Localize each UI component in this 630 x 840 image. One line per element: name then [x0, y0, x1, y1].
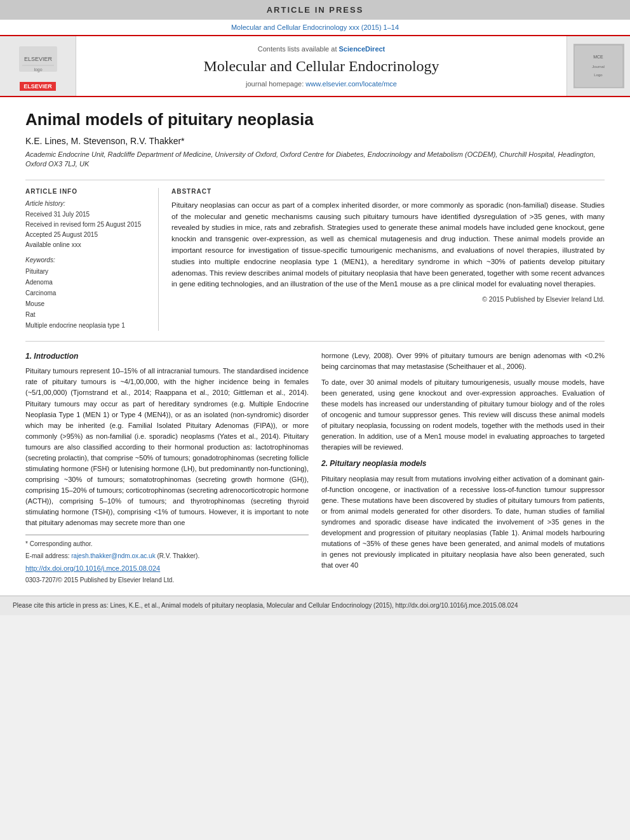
sciencedirect-link[interactable]: ScienceDirect — [339, 45, 385, 53]
journal-url-text: Molecular and Cellular Endocrinology xxx… — [231, 23, 399, 31]
email-link[interactable]: rajesh.thakker@ndm.ox.ac.uk — [71, 552, 155, 559]
email-suffix: (R.V. Thakker). — [157, 552, 199, 559]
article-info-heading: ARTICLE INFO — [25, 188, 145, 195]
keywords-section: Keywords: Pituitary Adenoma Carcinoma Mo… — [25, 257, 145, 331]
sciencedirect-line: Contents lists available at ScienceDirec… — [258, 45, 385, 53]
body-col2-p3: Pituitary neoplasia may result from muta… — [321, 474, 605, 571]
journal-logo-image: MCE Journal Logo — [575, 46, 622, 87]
svg-text:Logo: Logo — [594, 73, 603, 77]
elsevier-logo-svg: ELSEVIER logo — [6, 41, 70, 79]
section2-title: 2. Pituitary neoplasia models — [321, 458, 605, 470]
citation-bar: Please cite this article in press as: Li… — [0, 596, 630, 615]
abstract-heading: ABSTRACT — [171, 188, 605, 195]
body-col1-p1: Pituitary tumours represent 10–15% of al… — [25, 366, 309, 528]
copyright-line: © 2015 Published by Elsevier Ireland Ltd… — [171, 295, 605, 303]
doi-link[interactable]: http://dx.doi.org/10.1016/j.mce.2015.08.… — [25, 563, 309, 574]
received-date: Received 31 July 2015 — [25, 210, 145, 220]
available-date: Available online xxx — [25, 240, 145, 250]
article-title: Animal models of pituitary neoplasia — [25, 110, 605, 130]
authors-line: K.E. Lines, M. Stevenson, R.V. Thakker* — [25, 136, 605, 146]
keywords-label: Keywords: — [25, 257, 145, 263]
email-line: E-mail address: rajesh.thakker@ndm.ox.ac… — [25, 551, 309, 561]
banner-text: ARTICLE IN PRESS — [267, 5, 364, 15]
svg-text:logo: logo — [34, 67, 42, 72]
elsevier-label: ELSEVIER — [20, 82, 56, 91]
article-in-press-banner: ARTICLE IN PRESS — [0, 0, 630, 20]
right-logo-placeholder: MCE Journal Logo — [573, 44, 624, 88]
citation-text: Please cite this article in press as: Li… — [13, 602, 518, 609]
sciencedirect-prefix: Contents lists available at — [258, 45, 337, 53]
info-dates: Received 31 July 2015 Received in revise… — [25, 210, 145, 250]
history-label: Article history: — [25, 200, 145, 207]
authors-text: K.E. Lines, M. Stevenson, R.V. Thakker* — [25, 136, 185, 146]
keyword-2: Adenoma — [25, 277, 145, 288]
svg-text:MCE: MCE — [593, 55, 603, 59]
email-label: E-mail address: — [25, 552, 69, 559]
issn-line: 0303-7207/© 2015 Published by Elsevier I… — [25, 575, 309, 585]
page: ARTICLE IN PRESS Molecular and Cellular … — [0, 0, 630, 615]
footnotes: * Corresponding author. E-mail address: … — [25, 535, 309, 561]
homepage-url[interactable]: www.elsevier.com/locate/mce — [305, 80, 397, 88]
svg-text:Journal: Journal — [592, 65, 605, 69]
homepage-prefix: journal homepage: — [246, 80, 304, 88]
body-col-right: hormone (Levy, 2008). Over 99% of pituit… — [321, 350, 605, 585]
journal-url-bar: Molecular and Cellular Endocrinology xxx… — [0, 20, 630, 32]
article-info: ARTICLE INFO Article history: Received 3… — [25, 188, 159, 331]
journal-title-header: Molecular and Cellular Endocrinology — [203, 58, 439, 75]
accepted-date: Accepted 25 August 2015 — [25, 230, 145, 240]
keyword-5: Rat — [25, 309, 145, 320]
section1-title: 1. Introduction — [25, 350, 309, 363]
svg-text:ELSEVIER: ELSEVIER — [23, 56, 52, 62]
keyword-list: Pituitary Adenoma Carcinoma Mouse Rat Mu… — [25, 266, 145, 331]
journal-logo-right: MCE Journal Logo — [566, 36, 630, 96]
abstract-section: ABSTRACT Pituitary neoplasias can occur … — [159, 188, 605, 331]
body-col2-p2: To date, over 30 animal models of pituit… — [321, 377, 605, 453]
revised-date: Received in revised form 25 August 2015 — [25, 220, 145, 230]
corresponding-author-note: * Corresponding author. — [25, 539, 309, 549]
body-col-left: 1. Introduction Pituitary tumours repres… — [25, 350, 309, 585]
affiliation: Academic Endocrine Unit, Radcliffe Depar… — [25, 150, 605, 170]
body-col2-p1: hormone (Levy, 2008). Over 99% of pituit… — [321, 350, 605, 372]
abstract-text: Pituitary neoplasias can occur as part o… — [171, 200, 605, 291]
main-content: Animal models of pituitary neoplasia K.E… — [0, 97, 630, 592]
keyword-4: Mouse — [25, 298, 145, 309]
elsevier-logo-area: ELSEVIER logo ELSEVIER — [0, 36, 76, 96]
keyword-6: Multiple endocrine neoplasia type 1 — [25, 320, 145, 331]
journal-homepage-line: journal homepage: www.elsevier.com/locat… — [246, 80, 397, 88]
keyword-3: Carcinoma — [25, 288, 145, 298]
journal-center: Contents lists available at ScienceDirec… — [76, 36, 566, 96]
info-abstract-section: ARTICLE INFO Article history: Received 3… — [25, 180, 605, 331]
elsevier-emblem: ELSEVIER logo — [13, 43, 64, 78]
journal-header: ELSEVIER logo ELSEVIER Contents lists av… — [0, 35, 630, 97]
body-columns: 1. Introduction Pituitary tumours repres… — [25, 341, 605, 585]
keyword-1: Pituitary — [25, 266, 145, 277]
